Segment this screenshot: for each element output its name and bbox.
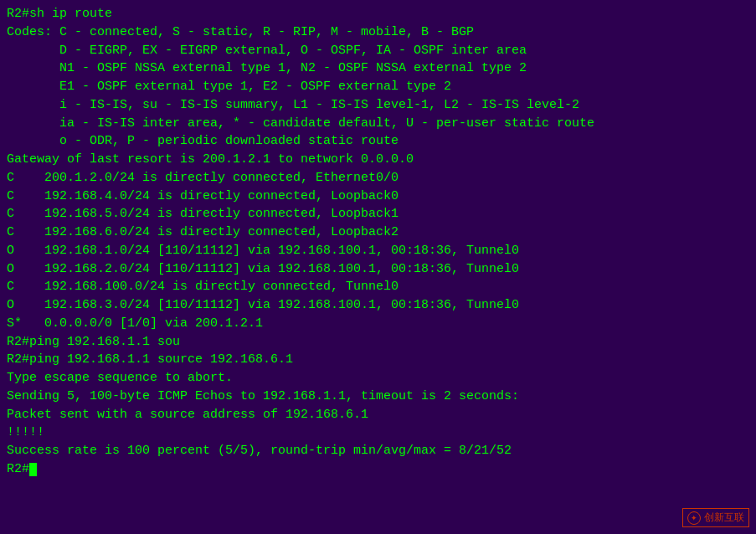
terminal-line: R2# (7, 460, 749, 479)
terminal-line: R2#sh ip route (7, 5, 749, 23)
terminal-line: C 192.168.4.0/24 is directly connected, … (7, 187, 749, 206)
terminal-line: N1 - OSPF NSSA external type 1, N2 - OSP… (7, 59, 749, 78)
terminal-line: O 192.168.1.0/24 [110/11112] via 192.168… (7, 242, 749, 260)
terminal-output: R2#sh ip routeCodes: C - connected, S - … (7, 5, 749, 479)
terminal-line: Packet sent with a source address of 192… (7, 406, 749, 424)
terminal-line: i - IS-IS, su - IS-IS summary, L1 - IS-I… (7, 96, 749, 115)
terminal-line: S* 0.0.0.0/0 [1/0] via 200.1.2.1 (7, 315, 749, 333)
terminal-line: Success rate is 100 percent (5/5), round… (7, 442, 749, 460)
terminal-line: R2#ping 192.168.1.1 source 192.168.6.1 (7, 351, 749, 369)
terminal-line: Codes: C - connected, S - static, R - RI… (7, 23, 749, 42)
terminal-line: C 192.168.5.0/24 is directly connected, … (7, 205, 749, 223)
terminal-line: Sending 5, 100-byte ICMP Echos to 192.16… (7, 388, 749, 406)
terminal-line: O 192.168.2.0/24 [110/11112] via 192.168… (7, 260, 749, 279)
terminal-line: !!!!! (7, 424, 749, 442)
terminal-line: C 200.1.2.0/24 is directly connected, Et… (7, 169, 749, 187)
watermark-icon: ✦ (687, 511, 701, 525)
watermark-text: 创新互联 (704, 511, 744, 525)
terminal-line: Type escape sequence to abort. (7, 369, 749, 388)
terminal-line: C 192.168.100.0/24 is directly connected… (7, 278, 749, 296)
terminal-line: R2#ping 192.168.1.1 sou (7, 333, 749, 352)
terminal-line: o - ODR, P - periodic downloaded static … (7, 132, 749, 151)
watermark: ✦ 创新互联 (682, 508, 749, 527)
terminal-line: E1 - OSPF external type 1, E2 - OSPF ext… (7, 78, 749, 96)
terminal-window: R2#sh ip routeCodes: C - connected, S - … (0, 0, 756, 534)
terminal-cursor (29, 463, 37, 476)
terminal-line: O 192.168.3.0/24 [110/11112] via 192.168… (7, 296, 749, 315)
terminal-line: D - EIGRP, EX - EIGRP external, O - OSPF… (7, 42, 749, 60)
terminal-line: ia - IS-IS inter area, * - candidate def… (7, 115, 749, 133)
terminal-line: Gateway of last resort is 200.1.2.1 to n… (7, 151, 749, 169)
terminal-line: C 192.168.6.0/24 is directly connected, … (7, 223, 749, 242)
